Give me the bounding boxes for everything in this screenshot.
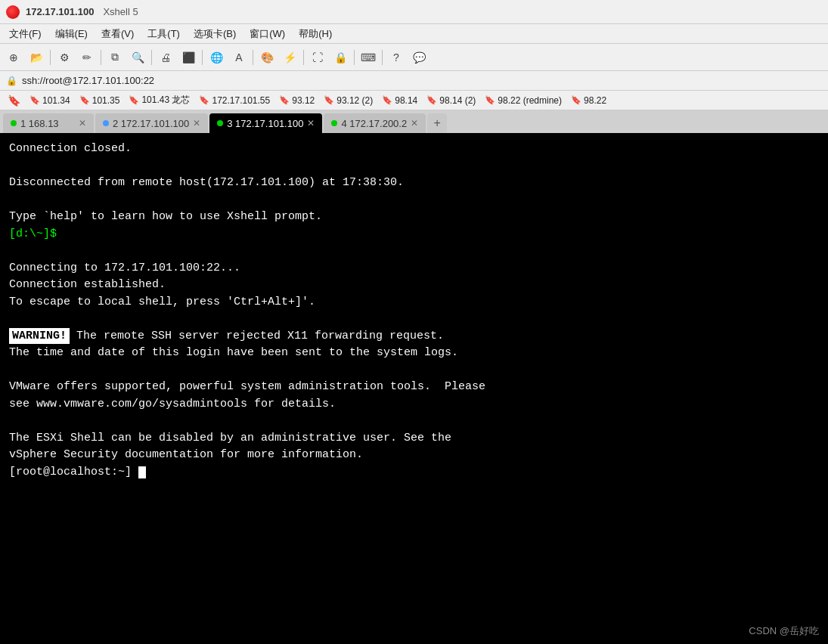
app-icon [6,5,20,19]
terminal-prompt-2: [root@localhost:~] [9,464,819,481]
address-bar: 🔒 ssh://root@172.17.101.100:22 [0,71,828,91]
tab-label-3: 3 172.17.101.100 [227,118,303,129]
terminal-prompt-1: [d:\~]$ [9,226,819,243]
bookmark-3[interactable]: 🔖172.17.101.55 [194,94,274,107]
bookmark-7[interactable]: 🔖98.14 (2) [422,94,480,107]
title-bar: 172.17.101.100 Xshell 5 [0,0,828,24]
print-btn[interactable]: 🖨 [155,47,176,68]
new-session-btn[interactable]: ⊕ [3,47,24,68]
tab-dot-4 [331,120,337,126]
fullscreen-btn[interactable]: ⛶ [307,47,328,68]
bookmarks-bar: 🔖 🔖101.34 🔖101.35 🔖101.43 龙芯 🔖172.17.101… [0,91,828,110]
tab-2[interactable]: 2 172.17.101.100 ✕ [95,113,208,133]
lock-btn[interactable]: 🔒 [330,47,351,68]
font-btn[interactable]: A [228,47,250,68]
tab-bar: 1 168.13 ✕ 2 172.17.101.100 ✕ 3 172.17.1… [0,110,828,133]
bk-icon-3: 🔖 [199,95,209,105]
menu-item-0[interactable]: 文件(F) [3,26,48,42]
tab-dot-2 [103,120,109,126]
sep1 [50,50,51,65]
menu-item-3[interactable]: 工具(T) [141,26,186,42]
terminal-line-4: Connecting to 172.17.101.100:22... [9,260,819,277]
tab-3[interactable]: 3 172.17.101.100 ✕ [209,113,322,133]
sep3 [151,50,152,65]
bk-icon-2: 🔖 [129,95,139,105]
open-btn[interactable]: 📂 [26,47,47,68]
terminal-line-5: Connection established. [9,277,819,294]
menu-item-4[interactable]: 选项卡(B) [188,26,242,42]
tab-dot-3 [217,120,223,126]
bookmark-6[interactable]: 🔖98.14 [377,94,422,107]
terminal-line-blank-1 [9,158,819,175]
terminal-line-blank-6 [9,413,819,430]
bookmark-2[interactable]: 🔖101.43 龙芯 [124,92,194,108]
terminal-line-11: The ESXi Shell can be disabled by an adm… [9,430,819,447]
menu-item-6[interactable]: 帮助(H) [293,26,338,42]
message-btn[interactable]: 💬 [408,47,430,68]
keyboard-btn[interactable]: ⌨ [358,47,379,68]
title-ip: 172.17.101.100 [26,6,94,17]
sep6 [303,50,304,65]
sep4 [202,50,203,65]
tab-1[interactable]: 1 168.13 ✕ [3,113,94,133]
bookmark-4[interactable]: 🔖93.12 [274,94,319,107]
tab-close-3[interactable]: ✕ [307,118,315,128]
tab-label-4: 4 172.17.200.2 [341,118,407,129]
bookmark-5[interactable]: 🔖93.12 (2) [319,94,377,107]
warning-label: WARNING! [9,328,70,344]
bookmark-1[interactable]: 🔖101.35 [75,94,125,107]
terminal-line-10: see www.vmware.com/go/sysadmintools for … [9,396,819,413]
edit-btn[interactable]: ✏ [76,47,98,68]
tab-label-2: 2 172.17.101.100 [113,118,189,129]
terminal-line-12: vSphere Security documentation for more … [9,447,819,464]
search-btn[interactable]: 🔍 [127,47,148,68]
menu-item-1[interactable]: 编辑(E) [49,26,94,42]
terminal-line-blank-4 [9,311,819,328]
bookmark-8[interactable]: 🔖98.22 (redmine) [480,94,566,107]
terminal[interactable]: Connection closed. Disconnected from rem… [0,133,828,644]
tab-dot-1 [11,120,17,126]
terminal-line-blank-3 [9,243,819,260]
sep8 [382,50,383,65]
bk-icon-5: 🔖 [324,95,334,105]
bk-icon-9: 🔖 [571,95,581,105]
sep5 [253,50,253,65]
terminal-line-blank-2 [9,192,819,209]
terminal-cursor [138,466,146,478]
help-btn[interactable]: ? [386,47,407,68]
menu-item-5[interactable]: 窗口(W) [243,26,291,42]
tab-add-btn[interactable]: + [427,113,447,133]
terminal-line-3: Type `help' to learn how to use Xshell p… [9,209,819,226]
menu-bar: 文件(F)编辑(E)查看(V)工具(T)选项卡(B)窗口(W)帮助(H) [0,24,828,44]
terminal-line-8: The time and date of this login have bee… [9,345,819,362]
copy-btn[interactable]: ⧉ [104,47,126,68]
toolbar: ⊕ 📂 ⚙ ✏ ⧉ 🔍 🖨 ⬛ 🌐 A 🎨 ⚡ ⛶ 🔒 ⌨ ? 💬 [0,44,828,71]
bookmarks-icon: 🔖 [3,93,25,108]
script-btn[interactable]: ⚡ [279,47,300,68]
bookmark-9[interactable]: 🔖98.22 [566,94,611,107]
sep2 [101,50,101,65]
terminal-line-9: VMware offers supported, powerful system… [9,379,819,396]
settings-btn[interactable]: ⚙ [54,47,75,68]
menu-item-2[interactable]: 查看(V) [95,26,140,42]
tab-4[interactable]: 4 172.17.200.2 ✕ [324,113,426,133]
terminal-line-blank-5 [9,362,819,379]
transfer-btn[interactable]: ⬛ [178,47,199,68]
title-appname: Xshell 5 [103,6,138,17]
terminal-line-1: Connection closed. [9,141,819,158]
lock-icon: 🔒 [6,76,17,86]
tab-label-1: 1 168.13 [20,118,59,129]
sep7 [354,50,355,65]
terminal-line-6: To escape to local shell, press 'Ctrl+Al… [9,294,819,311]
globe-btn[interactable]: 🌐 [206,47,227,68]
watermark: CSDN @岳好吃 [749,624,819,639]
tab-close-4[interactable]: ✕ [411,118,418,128]
bookmark-0[interactable]: 🔖101.34 [25,94,75,107]
bk-icon-6: 🔖 [382,95,392,105]
bk-icon-4: 🔖 [279,95,290,105]
tab-close-2[interactable]: ✕ [193,118,200,128]
bk-icon-0: 🔖 [29,95,40,105]
color-btn[interactable]: 🎨 [256,47,278,68]
address-text[interactable]: ssh://root@172.17.101.100:22 [22,75,154,86]
tab-close-1[interactable]: ✕ [79,118,86,128]
